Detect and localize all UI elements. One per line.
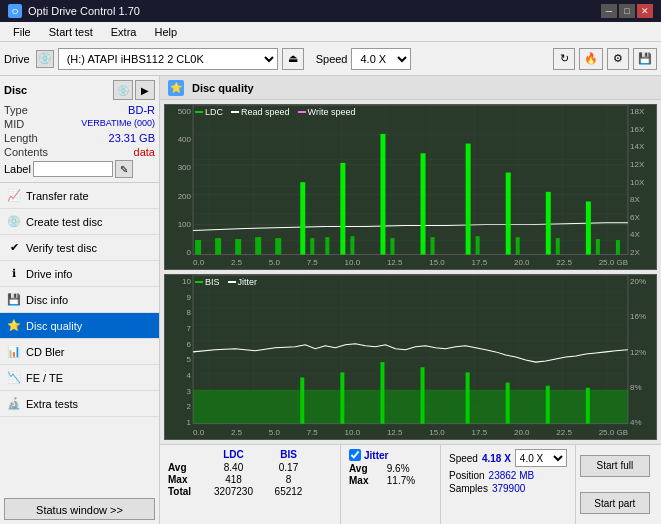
menu-extra[interactable]: Extra (102, 23, 146, 41)
svg-rect-21 (350, 236, 354, 254)
nav-item-transfer-rate[interactable]: 📈Transfer rate (0, 183, 159, 209)
max-ldc: 418 (206, 474, 261, 485)
svg-rect-31 (193, 390, 628, 424)
samples-label: Samples (449, 483, 488, 494)
disc-label-edit-btn[interactable]: ✎ (115, 160, 133, 178)
speed-stat-val: 4.18 X (482, 453, 511, 464)
drive-select[interactable]: (H:) ATAPI iHBS112 2 CL0K (58, 48, 278, 70)
disc-icon-1[interactable]: 💿 (113, 80, 133, 100)
jitter-header: Jitter (364, 450, 388, 461)
disc-icon-2[interactable]: ▶ (135, 80, 155, 100)
jitter-stats: Jitter Avg 9.6% Max 11.7% (340, 445, 440, 524)
jitter-checkbox[interactable] (349, 449, 361, 461)
app-icon: O (8, 4, 22, 18)
nav-item-cd-bler[interactable]: 📊CD Bler (0, 339, 159, 365)
maximize-button[interactable]: □ (619, 4, 635, 18)
nav-item-extra-tests[interactable]: 🔬Extra tests (0, 391, 159, 417)
menu-start-test[interactable]: Start test (40, 23, 102, 41)
chart1-x-labels: 0.02.55.07.510.0 12.515.017.520.022.525.… (193, 258, 628, 267)
disc-label-input[interactable] (33, 161, 113, 177)
svg-rect-38 (546, 386, 550, 424)
disc-mid-row: MID VERBATIMe (000) (4, 118, 155, 130)
ldc-bis-stats: LDC BIS Avg 8.40 0.17 Max 418 8 Total 32… (160, 445, 340, 524)
avg-label: Avg (168, 462, 206, 473)
svg-rect-26 (556, 238, 560, 254)
stats-bar: LDC BIS Avg 8.40 0.17 Max 418 8 Total 32… (160, 444, 661, 524)
svg-rect-23 (431, 237, 435, 254)
chart2-x-labels: 0.02.55.07.510.0 12.515.017.520.022.525.… (193, 428, 628, 437)
speed-select[interactable]: 4.0 X (351, 48, 411, 70)
nav-item-disc-quality[interactable]: ⭐Disc quality (0, 313, 159, 339)
chart1-legend: LDC Read speed Write speed (195, 107, 355, 117)
app-title: Opti Drive Control 1.70 (28, 5, 140, 17)
max-bis: 8 (261, 474, 316, 485)
chart-icon: ⭐ (168, 80, 184, 96)
svg-rect-19 (310, 238, 314, 254)
settings-button[interactable]: ⚙ (607, 48, 629, 70)
svg-rect-25 (516, 237, 520, 254)
nav-list: 📈Transfer rate💿Create test disc✔Verify t… (0, 183, 159, 417)
max-label: Max (168, 474, 206, 485)
save-button[interactable]: 💾 (633, 48, 657, 70)
svg-rect-22 (390, 238, 394, 254)
disc-contents-row: Contents data (4, 146, 155, 158)
chart-title: Disc quality (192, 82, 254, 94)
svg-rect-8 (235, 239, 241, 254)
chart1-y-right: 18X16X14X12X10X8X6X4X2X (628, 105, 656, 269)
burn-button[interactable]: 🔥 (579, 48, 603, 70)
eject-button[interactable]: ⏏ (282, 48, 304, 70)
disc-length-row: Length 23.31 GB (4, 132, 155, 144)
svg-rect-24 (476, 236, 480, 254)
title-bar: O Opti Drive Control 1.70 ─ □ ✕ (0, 0, 661, 22)
chart-header: ⭐ Disc quality (160, 76, 661, 100)
svg-rect-13 (380, 134, 385, 255)
bis-header: BIS (261, 449, 316, 460)
nav-item-fe---te[interactable]: 📉FE / TE (0, 365, 159, 391)
speed-stat-label: Speed (449, 453, 478, 464)
svg-rect-36 (466, 372, 470, 423)
disc-type-row: Type BD-R (4, 104, 155, 116)
disc-label-row: Label ✎ (4, 160, 155, 178)
left-panel: Disc 💿 ▶ Type BD-R MID VERBATIMe (000) L… (0, 76, 160, 524)
nav-item-disc-info[interactable]: 💾Disc info (0, 287, 159, 313)
svg-rect-7 (215, 238, 221, 254)
chart2-svg (165, 275, 656, 439)
right-panel: ⭐ Disc quality LDC Read speed Write spee… (160, 76, 661, 524)
menu-file[interactable]: File (4, 23, 40, 41)
svg-rect-11 (300, 182, 305, 254)
refresh-button[interactable]: ↻ (553, 48, 575, 70)
ldc-header: LDC (206, 449, 261, 460)
chart2-legend: BIS Jitter (195, 277, 257, 287)
minimize-button[interactable]: ─ (601, 4, 617, 18)
menu-help[interactable]: Help (145, 23, 186, 41)
speed-stats: Speed 4.18 X 4.0 X Position 23862 MB Sam… (440, 445, 575, 524)
action-buttons: Start full Start part (575, 445, 654, 524)
jitter-max-label: Max (349, 475, 384, 486)
svg-rect-6 (195, 240, 201, 254)
speed-stat-select[interactable]: 4.0 X (515, 449, 567, 467)
avg-ldc: 8.40 (206, 462, 261, 473)
svg-rect-17 (546, 192, 551, 255)
nav-item-drive-info[interactable]: ℹDrive info (0, 261, 159, 287)
chart-ldc: LDC Read speed Write speed 5004003002001… (164, 104, 657, 270)
disc-length-val: 23.31 GB (109, 132, 155, 144)
total-label: Total (168, 486, 206, 497)
svg-rect-39 (586, 388, 590, 424)
start-full-button[interactable]: Start full (580, 455, 650, 477)
jitter-avg-label: Avg (349, 463, 384, 474)
position-label: Position (449, 470, 485, 481)
svg-rect-32 (300, 378, 304, 424)
svg-rect-9 (255, 237, 261, 254)
position-val: 23862 MB (489, 470, 535, 481)
close-button[interactable]: ✕ (637, 4, 653, 18)
status-window-button[interactable]: Status window >> (4, 498, 155, 520)
svg-rect-34 (380, 362, 384, 424)
svg-rect-27 (596, 239, 600, 254)
nav-item-create-test-disc[interactable]: 💿Create test disc (0, 209, 159, 235)
svg-rect-33 (340, 372, 344, 423)
start-part-button[interactable]: Start part (580, 492, 650, 514)
charts-container: LDC Read speed Write speed 5004003002001… (160, 100, 661, 444)
total-ldc: 3207230 (206, 486, 261, 497)
nav-item-verify-test-disc[interactable]: ✔Verify test disc (0, 235, 159, 261)
disc-title: Disc (4, 84, 27, 96)
